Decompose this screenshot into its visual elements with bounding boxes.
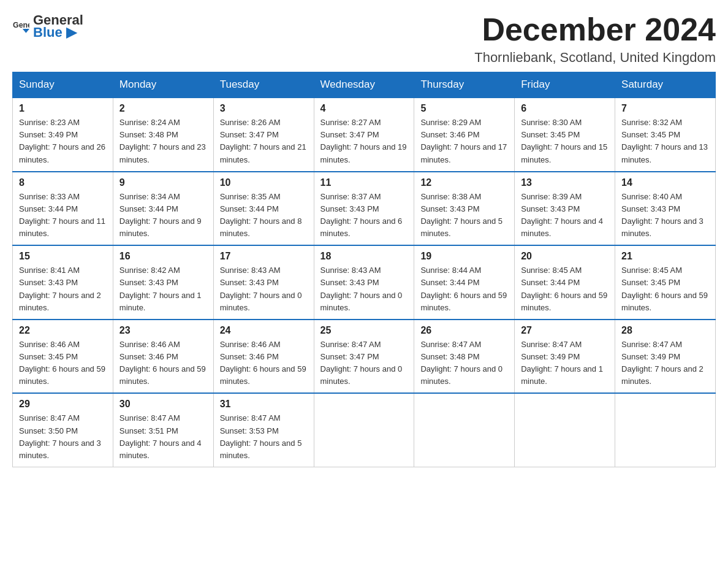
day-number: 13	[521, 177, 609, 188]
sunrise-label: Sunrise: 8:46 AM	[19, 340, 80, 349]
day-number: 31	[220, 399, 308, 410]
sunset-label: Sunset: 3:43 PM	[621, 204, 680, 213]
col-friday: Friday	[515, 72, 615, 98]
sunset-label: Sunset: 3:47 PM	[320, 130, 379, 139]
day-number: 6	[521, 103, 609, 114]
calendar-day-cell: 1 Sunrise: 8:23 AM Sunset: 3:49 PM Dayli…	[13, 98, 113, 172]
title-block: December 2024 Thornliebank, Scotland, Un…	[474, 12, 716, 66]
sunset-label: Sunset: 3:50 PM	[19, 426, 78, 435]
sunset-label: Sunset: 3:45 PM	[19, 352, 78, 361]
sunrise-label: Sunrise: 8:47 AM	[119, 413, 180, 423]
calendar-day-cell: 19 Sunrise: 8:44 AM Sunset: 3:44 PM Dayl…	[414, 245, 515, 320]
calendar-day-cell: 14 Sunrise: 8:40 AM Sunset: 3:43 PM Dayl…	[615, 172, 716, 246]
calendar-day-cell: 6 Sunrise: 8:30 AM Sunset: 3:45 PM Dayli…	[515, 98, 615, 172]
sunset-label: Sunset: 3:46 PM	[220, 352, 279, 361]
sunset-label: Sunset: 3:45 PM	[621, 130, 680, 139]
calendar-day-cell: 9 Sunrise: 8:34 AM Sunset: 3:44 PM Dayli…	[113, 172, 213, 246]
sunset-label: Sunset: 3:44 PM	[220, 204, 279, 213]
sunrise-label: Sunrise: 8:26 AM	[220, 118, 281, 127]
calendar-day-cell: 25 Sunrise: 8:47 AM Sunset: 3:47 PM Dayl…	[314, 320, 414, 394]
calendar-day-cell: 22 Sunrise: 8:46 AM Sunset: 3:45 PM Dayl…	[13, 320, 113, 394]
sunset-label: Sunset: 3:44 PM	[119, 204, 178, 213]
calendar-day-cell: 18 Sunrise: 8:43 AM Sunset: 3:43 PM Dayl…	[314, 245, 414, 320]
daylight-label: Daylight: 7 hours and 3 minutes.	[19, 439, 101, 460]
sunrise-label: Sunrise: 8:47 AM	[420, 340, 481, 349]
daylight-label: Daylight: 7 hours and 11 minutes.	[19, 216, 105, 238]
sunset-label: Sunset: 3:43 PM	[320, 278, 379, 287]
calendar-day-cell: 20 Sunrise: 8:45 AM Sunset: 3:44 PM Dayl…	[515, 245, 615, 320]
sunrise-label: Sunrise: 8:39 AM	[521, 192, 582, 201]
daylight-label: Daylight: 7 hours and 17 minutes.	[420, 142, 507, 164]
calendar-header-row: Sunday Monday Tuesday Wednesday Thursday…	[13, 72, 716, 98]
day-info: Sunrise: 8:23 AM Sunset: 3:49 PM Dayligh…	[19, 117, 107, 166]
calendar-day-cell: 15 Sunrise: 8:41 AM Sunset: 3:43 PM Dayl…	[13, 245, 113, 320]
day-info: Sunrise: 8:47 AM Sunset: 3:50 PM Dayligh…	[19, 412, 107, 462]
daylight-label: Daylight: 7 hours and 6 minutes.	[320, 216, 403, 238]
col-thursday: Thursday	[414, 72, 515, 98]
sunset-label: Sunset: 3:45 PM	[621, 278, 680, 287]
calendar-week-row: 8 Sunrise: 8:33 AM Sunset: 3:44 PM Dayli…	[13, 172, 716, 246]
day-number: 2	[119, 103, 207, 114]
sunset-label: Sunset: 3:43 PM	[119, 278, 178, 287]
sunset-label: Sunset: 3:46 PM	[420, 130, 479, 139]
day-number: 21	[621, 251, 709, 262]
day-number: 14	[621, 177, 709, 188]
calendar-day-cell: 4 Sunrise: 8:27 AM Sunset: 3:47 PM Dayli…	[314, 98, 414, 172]
sunrise-label: Sunrise: 8:47 AM	[320, 340, 381, 349]
logo: General General Blue ▶	[12, 12, 83, 40]
sunrise-label: Sunrise: 8:41 AM	[19, 266, 80, 275]
calendar-day-cell: 13 Sunrise: 8:39 AM Sunset: 3:43 PM Dayl…	[515, 172, 615, 246]
day-info: Sunrise: 8:42 AM Sunset: 3:43 PM Dayligh…	[119, 264, 207, 314]
sunset-label: Sunset: 3:44 PM	[521, 278, 580, 287]
calendar-day-cell	[515, 393, 615, 467]
daylight-label: Daylight: 6 hours and 59 minutes.	[521, 291, 607, 312]
day-number: 15	[19, 251, 107, 262]
day-number: 24	[220, 325, 308, 336]
day-number: 28	[621, 325, 709, 336]
day-number: 19	[420, 251, 508, 262]
sunrise-label: Sunrise: 8:34 AM	[119, 192, 180, 201]
sunset-label: Sunset: 3:48 PM	[420, 352, 479, 361]
sunset-label: Sunset: 3:43 PM	[521, 204, 580, 213]
calendar-day-cell: 31 Sunrise: 8:47 AM Sunset: 3:53 PM Dayl…	[213, 393, 314, 467]
daylight-label: Daylight: 7 hours and 0 minutes.	[420, 364, 502, 386]
daylight-label: Daylight: 6 hours and 59 minutes.	[19, 364, 105, 386]
day-info: Sunrise: 8:47 AM Sunset: 3:53 PM Dayligh…	[220, 412, 308, 462]
sunset-label: Sunset: 3:43 PM	[320, 204, 379, 213]
calendar-day-cell	[615, 393, 716, 467]
day-info: Sunrise: 8:38 AM Sunset: 3:43 PM Dayligh…	[420, 191, 508, 240]
calendar-day-cell: 11 Sunrise: 8:37 AM Sunset: 3:43 PM Dayl…	[314, 172, 414, 246]
day-number: 23	[119, 325, 207, 336]
day-number: 17	[220, 251, 308, 262]
day-number: 4	[320, 103, 408, 114]
day-info: Sunrise: 8:40 AM Sunset: 3:43 PM Dayligh…	[621, 191, 709, 240]
sunset-label: Sunset: 3:43 PM	[19, 278, 78, 287]
sunset-label: Sunset: 3:43 PM	[220, 278, 279, 287]
page-header: General General Blue ▶ December 2024 Tho…	[12, 12, 716, 66]
day-number: 27	[521, 325, 609, 336]
sunset-label: Sunset: 3:44 PM	[420, 278, 479, 287]
sunrise-label: Sunrise: 8:44 AM	[420, 266, 481, 275]
calendar-week-row: 15 Sunrise: 8:41 AM Sunset: 3:43 PM Dayl…	[13, 245, 716, 320]
calendar-day-cell	[314, 393, 414, 467]
calendar-day-cell: 8 Sunrise: 8:33 AM Sunset: 3:44 PM Dayli…	[13, 172, 113, 246]
sunrise-label: Sunrise: 8:45 AM	[621, 266, 682, 275]
day-info: Sunrise: 8:39 AM Sunset: 3:43 PM Dayligh…	[521, 191, 609, 240]
month-title: December 2024	[474, 12, 716, 47]
day-info: Sunrise: 8:46 AM Sunset: 3:45 PM Dayligh…	[19, 339, 107, 388]
daylight-label: Daylight: 6 hours and 59 minutes.	[420, 291, 507, 312]
sunset-label: Sunset: 3:46 PM	[119, 352, 178, 361]
calendar-day-cell: 26 Sunrise: 8:47 AM Sunset: 3:48 PM Dayl…	[414, 320, 515, 394]
day-number: 9	[119, 177, 207, 188]
calendar-day-cell: 30 Sunrise: 8:47 AM Sunset: 3:51 PM Dayl…	[113, 393, 213, 467]
daylight-label: Daylight: 7 hours and 4 minutes.	[521, 216, 603, 238]
daylight-label: Daylight: 6 hours and 59 minutes.	[621, 291, 708, 312]
day-info: Sunrise: 8:43 AM Sunset: 3:43 PM Dayligh…	[220, 264, 308, 314]
sunrise-label: Sunrise: 8:47 AM	[220, 413, 281, 423]
calendar-week-row: 22 Sunrise: 8:46 AM Sunset: 3:45 PM Dayl…	[13, 320, 716, 394]
calendar-day-cell: 27 Sunrise: 8:47 AM Sunset: 3:49 PM Dayl…	[515, 320, 615, 394]
sunset-label: Sunset: 3:48 PM	[119, 130, 178, 139]
day-number: 1	[19, 103, 107, 114]
day-info: Sunrise: 8:45 AM Sunset: 3:44 PM Dayligh…	[521, 264, 609, 314]
calendar-day-cell: 17 Sunrise: 8:43 AM Sunset: 3:43 PM Dayl…	[213, 245, 314, 320]
